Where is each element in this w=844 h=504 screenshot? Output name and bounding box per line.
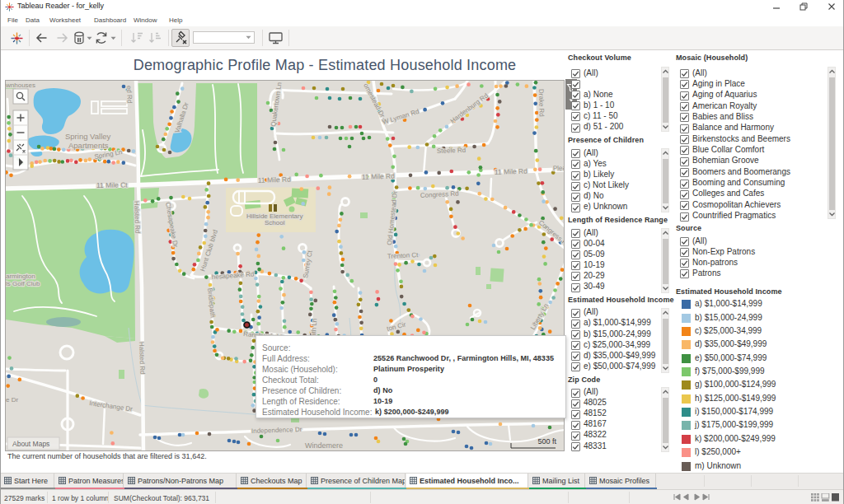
svg-text:Windemere: Windemere: [305, 441, 343, 450]
svg-text:Spring Valley: Spring Valley: [65, 132, 111, 141]
svg-text:11 Mile Rd: 11 Mile Rd: [362, 172, 396, 181]
svg-text:Steele Rd: Steele Rd: [437, 147, 466, 155]
svg-text:School: School: [265, 219, 285, 226]
svg-text:Halsted Rd: Halsted Rd: [138, 342, 146, 375]
svg-text:wnhouses: wnhouses: [6, 82, 35, 89]
svg-text:Apartments: Apartments: [68, 141, 109, 150]
svg-text:Plea: Plea: [553, 164, 565, 172]
svg-text:11 Mile Rd: 11 Mile Rd: [258, 175, 292, 184]
svg-text:Halsted Rd: Halsted Rd: [133, 201, 141, 234]
svg-text:Drake Rd: Drake Rd: [537, 89, 546, 117]
svg-text:armington: armington: [6, 273, 35, 280]
svg-text:e Dr: e Dr: [6, 396, 18, 404]
svg-text:11 Mile Ct: 11 Mile Ct: [96, 180, 128, 189]
svg-text:500 ft: 500 ft: [537, 437, 556, 446]
svg-text:ls Golf Club: ls Golf Club: [6, 280, 40, 287]
svg-text:ed Rd: ed Rd: [125, 86, 134, 104]
svg-text:11 Mile Rd: 11 Mile Rd: [495, 167, 528, 176]
svg-text:About Maps: About Maps: [12, 440, 49, 448]
